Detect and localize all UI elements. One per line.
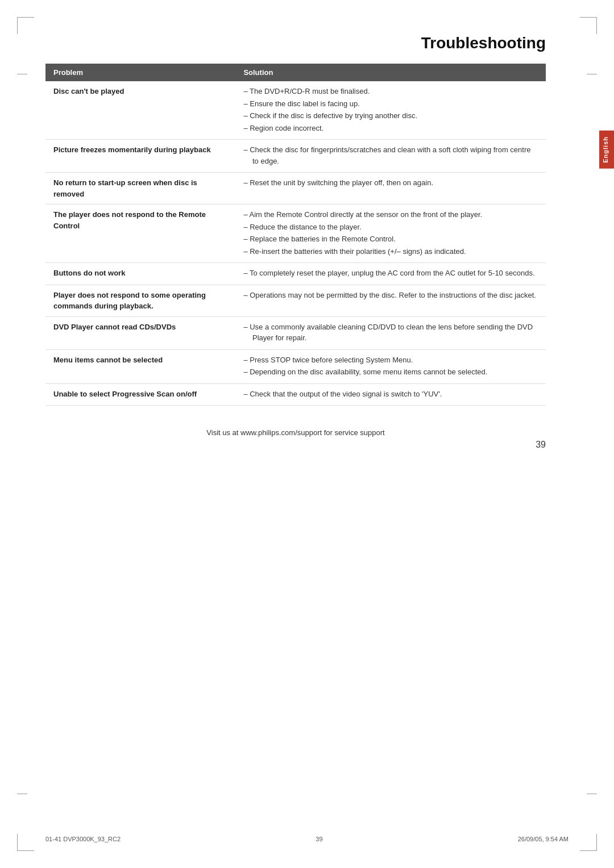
footer-bottom: 01-41 DVP3000K_93_RC2 39 26/09/05, 9:54 …: [45, 836, 569, 842]
solution-item: Depending on the disc availability, some…: [243, 366, 538, 378]
problem-cell-5: Player does not respond to some operatin…: [45, 285, 235, 316]
problem-cell-8: Unable to select Progressive Scan on/off: [45, 383, 235, 406]
solution-cell-0: The DVD+R/CD-R must be finalised.Ensure …: [235, 81, 546, 140]
footer-visit: Visit us at www.philips.com/support for …: [45, 428, 546, 437]
page-title: Troubleshooting: [45, 34, 546, 52]
corner-mark-br: [580, 834, 597, 851]
solution-cell-8: Check that the output of the video signa…: [235, 383, 546, 406]
side-mark-lb: [17, 794, 27, 794]
table-row: The player does not respond to the Remot…: [45, 205, 546, 263]
table-row: Player does not respond to some operatin…: [45, 285, 546, 316]
corner-mark-tl: [17, 17, 34, 34]
troubleshoot-table: Problem Solution Disc can't be playedThe…: [45, 64, 546, 406]
table-row: Buttons do not workTo completely reset t…: [45, 263, 546, 285]
solution-cell-1: Check the disc for fingerprints/scratche…: [235, 140, 546, 173]
table-row: No return to start-up screen when disc i…: [45, 173, 546, 205]
corner-mark-bl: [17, 834, 34, 851]
problem-cell-4: Buttons do not work: [45, 263, 235, 285]
table-row: Disc can't be playedThe DVD+R/CD-R must …: [45, 81, 546, 140]
solution-item: Aim the Remote Control directly at the s…: [243, 209, 538, 220]
problem-cell-1: Picture freezes momentarily during playb…: [45, 140, 235, 173]
footer-right: 26/09/05, 9:54 AM: [518, 836, 569, 842]
solution-item: Press STOP twice before selecting System…: [243, 354, 538, 366]
table-row: Picture freezes momentarily during playb…: [45, 140, 546, 173]
page: English Troubleshooting Problem Solution…: [0, 0, 614, 868]
solution-item: Operations may not be permitted by the d…: [243, 290, 538, 301]
solution-item: Region code incorrect.: [243, 123, 538, 134]
col-header-problem: Problem: [45, 64, 235, 81]
solution-item: Check the disc for fingerprints/scratche…: [243, 144, 538, 166]
solution-item: Check if the disc is defective by trying…: [243, 110, 538, 122]
problem-cell-3: The player does not respond to the Remot…: [45, 205, 235, 263]
footer-left: 01-41 DVP3000K_93_RC2: [45, 836, 121, 842]
troubleshoot-table-wrapper: Problem Solution Disc can't be playedThe…: [45, 64, 546, 406]
side-mark-lt: [17, 74, 27, 74]
solution-cell-5: Operations may not be permitted by the d…: [235, 285, 546, 316]
page-number: 39: [45, 440, 546, 450]
solution-item: Re-insert the batteries with their polar…: [243, 246, 538, 257]
solution-cell-4: To completely reset the player, unplug t…: [235, 263, 546, 285]
footer-center: 39: [316, 836, 322, 842]
problem-cell-2: No return to start-up screen when disc i…: [45, 173, 235, 205]
corner-mark-tr: [580, 17, 597, 34]
solution-item: Check that the output of the video signa…: [243, 389, 538, 400]
table-row: Menu items cannot be selectedPress STOP …: [45, 349, 546, 383]
side-mark-rt: [587, 74, 597, 74]
solution-item: Reset the unit by switching the player o…: [243, 177, 538, 189]
solution-item: Ensure the disc label is facing up.: [243, 98, 538, 110]
problem-cell-0: Disc can't be played: [45, 81, 235, 140]
col-header-solution: Solution: [235, 64, 546, 81]
table-row: Unable to select Progressive Scan on/off…: [45, 383, 546, 406]
solution-cell-3: Aim the Remote Control directly at the s…: [235, 205, 546, 263]
solution-item: To completely reset the player, unplug t…: [243, 268, 538, 279]
side-mark-rb: [587, 794, 597, 794]
solution-item: Use a commonly available cleaning CD/DVD…: [243, 322, 538, 344]
solution-cell-6: Use a commonly available cleaning CD/DVD…: [235, 316, 546, 349]
table-row: DVD Player cannot read CDs/DVDsUse a com…: [45, 316, 546, 349]
problem-cell-6: DVD Player cannot read CDs/DVDs: [45, 316, 235, 349]
solution-item: Reduce the distance to the player.: [243, 222, 538, 233]
solution-item: The DVD+R/CD-R must be finalised.: [243, 86, 538, 97]
solution-cell-2: Reset the unit by switching the player o…: [235, 173, 546, 205]
problem-cell-7: Menu items cannot be selected: [45, 349, 235, 383]
english-tab: English: [599, 131, 614, 169]
solution-cell-7: Press STOP twice before selecting System…: [235, 349, 546, 383]
solution-item: Replace the batteries in the Remote Cont…: [243, 233, 538, 245]
